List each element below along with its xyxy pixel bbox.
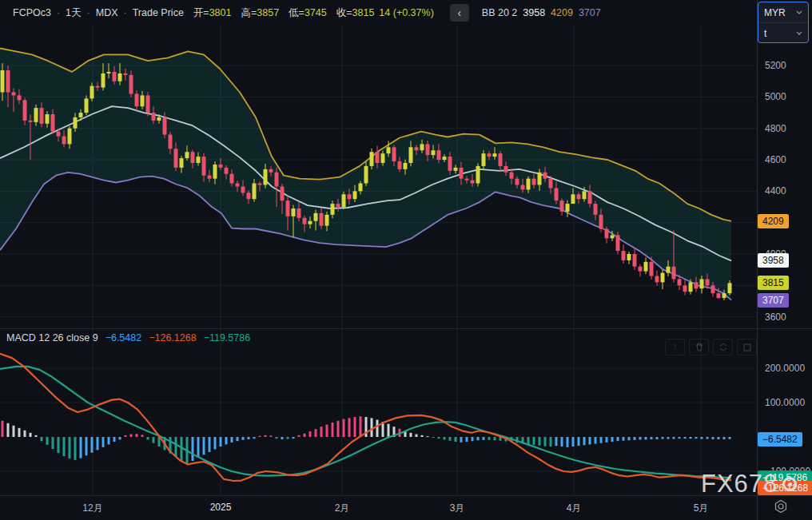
currency-select[interactable]: MYR: [758, 2, 808, 22]
macd-indicator-legend[interactable]: MACD 12 26 close 9 −6.5482 −126.1268 −11…: [6, 332, 250, 343]
macd-signal-value: −119.5786: [204, 332, 251, 343]
price-tick-label: 5200: [765, 60, 786, 71]
separator-dot: ·: [124, 7, 127, 18]
time-tick-label: 5月: [677, 502, 725, 515]
ohlc-high: 高=3857: [241, 6, 279, 20]
collapse-legend-button[interactable]: ‹: [450, 4, 469, 22]
symbol-name[interactable]: FCPOc3: [13, 7, 51, 18]
macd-tick-label: 200.0000: [765, 363, 805, 374]
chevron-down-icon: [796, 10, 802, 14]
pane-separator[interactable]: [0, 328, 812, 329]
macd-indicator-name: MACD 12 26 close 9: [6, 332, 98, 343]
bb-lower-value: 3707: [579, 7, 601, 18]
ohlc-low: 低=3745: [289, 6, 327, 20]
time-tick-label: 2025: [197, 502, 245, 513]
time-tick-label: 12月: [69, 502, 117, 515]
change-value: 14 (+0.37%): [379, 7, 433, 18]
axis-unit-selector: MYR t: [758, 2, 809, 43]
trading-chart-app: FCPOc3 · 1天 · MDX · Trade Price 开=3801 高…: [0, 0, 812, 520]
axis-price-badge: −126.1268: [758, 481, 812, 495]
macd-line-value: −126.1268: [149, 332, 196, 343]
separator-dot: ·: [57, 7, 60, 18]
chart-canvas[interactable]: [0, 0, 812, 520]
price-tick-label: 4800: [765, 123, 786, 134]
time-tick-label: 2月: [318, 502, 366, 515]
currency-select-value: MYR: [764, 7, 786, 18]
bb-indicator-name: BB 20 2: [482, 7, 517, 18]
maximize-pane-icon[interactable]: [737, 339, 757, 355]
price-tick-label: 3600: [765, 312, 786, 323]
axis-price-badge: 3958: [758, 253, 789, 268]
macd-pane-controls: ↑: [665, 339, 757, 355]
time-axis-separator: [0, 495, 812, 496]
interval-label[interactable]: 1天: [66, 6, 81, 20]
axis-price-badge: −6.5482: [758, 432, 802, 447]
unit-select-value: t: [764, 28, 766, 39]
bb-upper-value: 4209: [551, 7, 573, 18]
separator-dot: ·: [87, 7, 90, 18]
time-axis[interactable]: 12月20252月3月4月5月: [0, 497, 757, 520]
macd-tick-label: 100.0000: [765, 397, 805, 408]
ohlc-close: 收=3815: [336, 6, 375, 20]
axis-settings-icon[interactable]: [774, 499, 788, 517]
macd-hist-value: −6.5482: [105, 332, 142, 343]
series-type-label: Trade Price: [133, 7, 184, 18]
axis-price-badge: 3707: [758, 293, 789, 308]
time-tick-label: 3月: [433, 502, 481, 515]
delete-pane-icon[interactable]: [689, 339, 709, 355]
axis-price-badge: 4209: [758, 214, 789, 228]
price-axis[interactable]: 520050004800460044004200400038003600200.…: [757, 0, 812, 520]
symbol-legend: FCPOc3 · 1天 · MDX · Trade Price 开=3801 高…: [0, 0, 757, 26]
bb-basis-value: 3958: [523, 7, 545, 18]
ohlc-open: 开=3801: [193, 6, 232, 20]
time-tick-label: 4月: [550, 502, 598, 515]
price-tick-label: 4600: [765, 154, 786, 165]
price-tick-label: 5000: [765, 91, 786, 102]
unit-select[interactable]: t: [758, 22, 808, 43]
price-tick-label: 4400: [765, 185, 786, 196]
bb-indicator-legend[interactable]: BB 20 2 3958 4209 3707: [482, 7, 601, 18]
move-pane-up-icon[interactable]: ↑: [665, 339, 685, 355]
exchange-label: MDX: [96, 7, 118, 18]
chevron-down-icon: [796, 31, 802, 35]
collapse-pane-icon[interactable]: [713, 339, 733, 355]
axis-price-badge: 3815: [758, 276, 789, 290]
